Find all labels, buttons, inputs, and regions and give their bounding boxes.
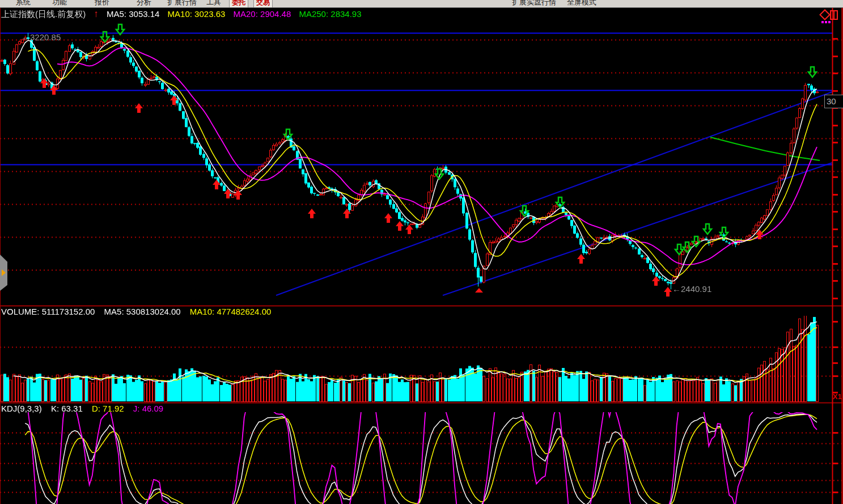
more-dots-icon[interactable] bbox=[821, 21, 824, 23]
kdj-k-label: K: 63.31 bbox=[51, 404, 83, 413]
high-price-label: ←3220.85 bbox=[22, 32, 61, 42]
trading-terminal: 系统 功能 报价 分析 扩展行情 工具 委托 交易 扩展实盘行情 全屏模式 上证… bbox=[0, 0, 843, 504]
menu-item-fullscreen[interactable]: 全屏模式 bbox=[567, 0, 596, 7]
ma20-value-label: MA20: 2904.48 bbox=[234, 9, 291, 19]
broker-button[interactable]: 委托 bbox=[229, 0, 248, 8]
menu-item-analysis[interactable]: 分析 bbox=[137, 0, 151, 7]
menu-item-quote[interactable]: 报价 bbox=[95, 0, 109, 7]
kdj-d-label: D: 71.92 bbox=[92, 404, 124, 413]
expand-triangle-icon bbox=[2, 269, 6, 276]
layout-icon[interactable] bbox=[830, 10, 838, 20]
volume-unit-label: X1 bbox=[833, 392, 842, 401]
ma250-value-label: MA250: 2834.93 bbox=[299, 9, 361, 19]
chart-title: 上证指数(日线.前复权) bbox=[1, 9, 86, 19]
kdj-j-label: J: 46.09 bbox=[133, 404, 163, 413]
last-price-box: 30 bbox=[824, 95, 843, 108]
menu-item-tools[interactable]: 工具 bbox=[206, 0, 221, 7]
kdj-title: KDJ(9,3,3) bbox=[1, 404, 42, 413]
low-price-label: ←2440.91 bbox=[672, 284, 711, 294]
volume-value-label: VOLUME: 511173152.00 bbox=[1, 307, 95, 316]
menu-bar: 系统 功能 报价 分析 扩展行情 工具 委托 交易 扩展实盘行情 全屏模式 bbox=[0, 0, 843, 8]
main-chart-header: 上证指数(日线.前复权) ↑ MA5: 3053.14 MA10: 3023.6… bbox=[1, 9, 367, 20]
ma10-value-label: MA10: 3023.63 bbox=[168, 9, 226, 19]
ma5-value-label: MA5: 3053.14 bbox=[107, 9, 159, 19]
buy-signal-icon: ↑ bbox=[94, 9, 99, 19]
menu-item-system[interactable]: 系统 bbox=[16, 0, 31, 7]
menu-item-ext[interactable]: 扩展行情 bbox=[167, 0, 197, 7]
chart-canvas[interactable] bbox=[0, 0, 843, 504]
menu-item-realtime[interactable]: 扩展实盘行情 bbox=[512, 0, 556, 7]
volume-ma10-label: MA10: 477482624.00 bbox=[190, 307, 271, 316]
trade-button[interactable]: 交易 bbox=[253, 0, 273, 8]
kdj-header: KDJ(9,3,3) K: 63.31 D: 71.92 J: 46.09 bbox=[1, 404, 170, 413]
menu-item-function[interactable]: 功能 bbox=[52, 0, 67, 7]
volume-ma5-label: MA5: 530813024.00 bbox=[104, 307, 181, 316]
volume-header: VOLUME: 511173152.00 MA5: 530813024.00 M… bbox=[1, 307, 278, 316]
